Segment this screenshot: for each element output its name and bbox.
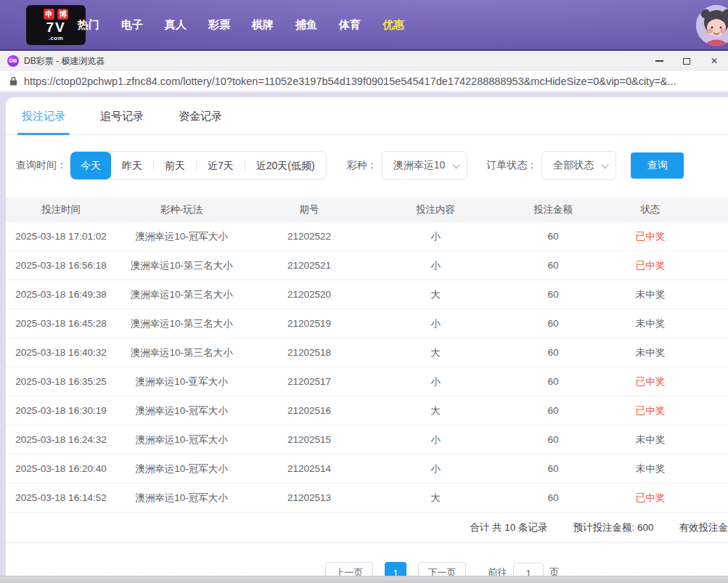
cell-amount: 60: [499, 463, 607, 474]
cell-play: 澳洲幸运10-第三名大小: [116, 317, 247, 330]
chevron-down-icon: [601, 164, 609, 169]
cell-content: 大: [372, 492, 499, 505]
cell-amount: 60: [499, 405, 607, 416]
lottery-select[interactable]: 澳洲幸运10: [382, 151, 468, 180]
lottery-filter-label: 彩种：: [347, 159, 377, 172]
nav-item-hot[interactable]: 热门: [67, 18, 110, 32]
cell-status: 未中奖: [607, 317, 694, 330]
cell-content: 小: [372, 317, 499, 330]
table-body: 2025-03-18 17:01:02澳洲幸运10-冠军大小21202522小6…: [6, 222, 728, 513]
nav-item-slots[interactable]: 电子: [110, 18, 154, 32]
cell-status: 已中奖: [607, 492, 694, 505]
window-title: DB彩票 - 极速浏览器: [24, 55, 105, 68]
cell-content: 小: [372, 433, 499, 447]
cell-issue: 21202517: [247, 376, 372, 387]
filter-bar: 查询时间： 今天昨天前天近7天近20天(低频) 彩种： 澳洲幸运10 订单状态：…: [6, 151, 728, 180]
cell-amount: 60: [499, 347, 607, 358]
minimize-button[interactable]: [645, 51, 673, 71]
cell-amount: 60: [499, 289, 607, 300]
cell-play: 澳洲幸运10-第三名大小: [116, 346, 247, 359]
bet-records-table: 投注时间彩种-玩法期号投注内容投注金额状态 2025-03-18 17:01:0…: [6, 197, 728, 543]
table-row: 2025-03-18 16:56:18澳洲幸运10-第三名大小21202521小…: [6, 251, 728, 280]
table-row: 2025-03-18 16:35:25澳洲幸运10-亚军大小21202517小6…: [6, 367, 728, 396]
logo-main-text: 7V: [46, 20, 65, 34]
status-select[interactable]: 全部状态: [541, 151, 616, 180]
nav-item-live[interactable]: 真人: [154, 18, 197, 32]
minimize-icon: [655, 60, 663, 62]
maximize-button[interactable]: [673, 51, 700, 71]
table-row: 2025-03-18 16:45:28澳洲幸运10-第三名大小21202519小…: [6, 309, 728, 338]
nav-item-lottery[interactable]: 彩票: [197, 18, 241, 32]
status-filter-label: 订单状态：: [486, 159, 537, 172]
cell-issue: 21202522: [247, 231, 372, 242]
cell-play: 澳洲幸运10-冠军大小: [116, 404, 247, 417]
cell-status: 未中奖: [607, 346, 694, 359]
summary-expected-amount: 预计投注金额: 600: [573, 521, 653, 534]
cell-time: 2025-03-18 16:56:18: [6, 260, 116, 271]
content-card: 投注记录追号记录资金记录 查询时间： 今天昨天前天近7天近20天(低频) 彩种：…: [6, 97, 728, 583]
time-option-last-7-days[interactable]: 近7天: [197, 152, 245, 179]
time-option-yesterday[interactable]: 昨天: [111, 152, 153, 179]
cell-issue: 21202514: [247, 463, 372, 474]
user-avatar[interactable]: [696, 5, 728, 46]
tab-bet-records[interactable]: 投注记录: [22, 97, 65, 135]
column-header-issue: 期号: [247, 203, 372, 216]
time-filter-group: 今天昨天前天近7天近20天(低频): [70, 151, 327, 180]
cell-issue: 21202518: [247, 347, 372, 358]
nav-item-fishing[interactable]: 捕鱼: [285, 18, 328, 32]
table-row: 2025-03-18 16:49:38澳洲幸运10-第三名大小21202520大…: [6, 280, 728, 309]
cell-amount: 60: [499, 376, 607, 387]
cell-issue: 21202519: [247, 318, 372, 329]
table-row: 2025-03-18 17:01:02澳洲幸运10-冠军大小21202522小6…: [6, 222, 728, 251]
nav-item-chess[interactable]: 棋牌: [241, 18, 285, 32]
column-header-time: 投注时间: [6, 203, 116, 216]
table-row: 2025-03-18 16:40:32澳洲幸运10-第三名大小21202518大…: [6, 338, 728, 367]
cell-status: 未中奖: [607, 462, 694, 476]
cell-play: 澳洲幸运10-亚军大小: [116, 375, 247, 388]
table-summary: 合计 共 10 条记录 预计投注金额: 600 有效投注金: [6, 513, 728, 543]
column-header-status: 状态: [607, 203, 694, 216]
tab-chase-records[interactable]: 追号记录: [100, 97, 144, 135]
main-nav: 热门电子真人彩票棋牌捕鱼体育优惠: [67, 0, 415, 49]
column-header-amount: 投注金额: [499, 203, 607, 216]
screen: 申 博 7V .com 热门电子真人彩票棋牌捕鱼体育优惠: [0, 0, 728, 583]
query-button[interactable]: 查询: [631, 152, 684, 179]
cell-play: 澳洲幸运10-冠军大小: [116, 492, 247, 505]
cell-time: 2025-03-18 16:40:32: [6, 347, 116, 358]
cell-amount: 60: [499, 260, 607, 271]
table-row: 2025-03-18 16:30:19澳洲幸运10-冠军大小21202516大6…: [6, 396, 728, 425]
browser-titlebar: DB DB彩票 - 极速浏览器 ✕: [0, 51, 728, 71]
cell-issue: 21202515: [247, 434, 372, 445]
cell-time: 2025-03-18 17:01:02: [6, 231, 116, 242]
column-header-content: 投注内容: [372, 203, 499, 216]
time-option-today[interactable]: 今天: [70, 152, 111, 179]
url-text[interactable]: https://ctop02pchwp1.zfnc84.com/lottery/…: [24, 76, 676, 87]
cell-time: 2025-03-18 16:14:52: [6, 492, 116, 503]
nav-item-sports[interactable]: 体育: [328, 18, 372, 32]
lottery-select-value: 澳洲幸运10: [393, 159, 446, 172]
close-button[interactable]: ✕: [700, 51, 728, 71]
browser-urlbar[interactable]: https://ctop02pchwp1.zfnc84.com/lottery/…: [0, 71, 728, 91]
cell-status: 已中奖: [607, 375, 694, 388]
table-row: 2025-03-18 16:14:52澳洲幸运10-冠军大小21202513大6…: [6, 484, 728, 513]
table-row: 2025-03-18 16:20:40澳洲幸运10-冠军大小21202514小6…: [6, 454, 728, 484]
summary-valid-amount: 有效投注金: [679, 521, 728, 534]
status-select-value: 全部状态: [553, 159, 594, 172]
cell-issue: 21202521: [247, 260, 372, 271]
tab-bar: 投注记录追号记录资金记录: [6, 97, 728, 135]
tab-fund-records[interactable]: 资金记录: [179, 97, 222, 135]
cell-content: 小: [372, 230, 499, 243]
cell-status: 已中奖: [607, 230, 694, 243]
time-option-last-20-days[interactable]: 近20天(低频): [245, 152, 326, 179]
site-favicon-icon: DB: [7, 55, 19, 67]
cell-issue: 21202520: [247, 289, 372, 300]
time-option-day-before[interactable]: 前天: [154, 152, 196, 179]
cell-play: 澳洲幸运10-冠军大小: [116, 230, 247, 243]
nav-item-promo[interactable]: 优惠: [372, 18, 415, 32]
cell-time: 2025-03-18 16:20:40: [6, 463, 116, 474]
cell-play: 澳洲幸运10-冠军大小: [116, 462, 247, 476]
summary-total: 合计 共 10 条记录: [470, 521, 547, 534]
cell-content: 小: [372, 462, 499, 476]
cell-content: 大: [372, 346, 499, 359]
table-row: 2025-03-18 16:24:32澳洲幸运10-冠军大小21202515小6…: [6, 425, 728, 454]
